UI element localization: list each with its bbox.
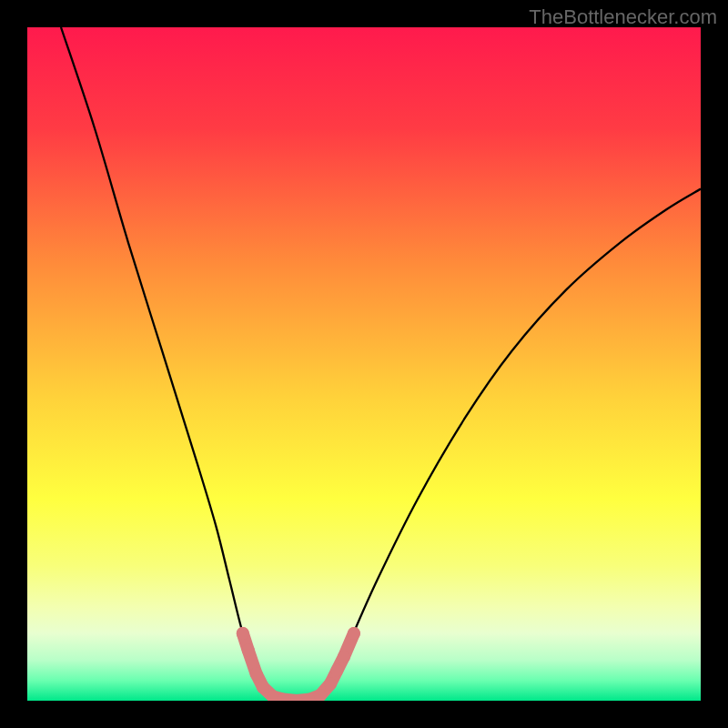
marker-point [348,627,360,640]
marker-point [237,627,249,640]
bottleneck-curve [61,27,701,701]
marker-point [338,651,350,663]
marker-point [242,644,255,657]
marker-point [257,681,269,693]
chart-curves [27,27,701,701]
marker-point [324,678,337,691]
data-markers [237,627,360,701]
marker-point [250,667,263,680]
marker-point [330,664,343,677]
chart-plot-area [27,27,701,701]
watermark-text: TheBottlenecker.com [529,5,717,29]
